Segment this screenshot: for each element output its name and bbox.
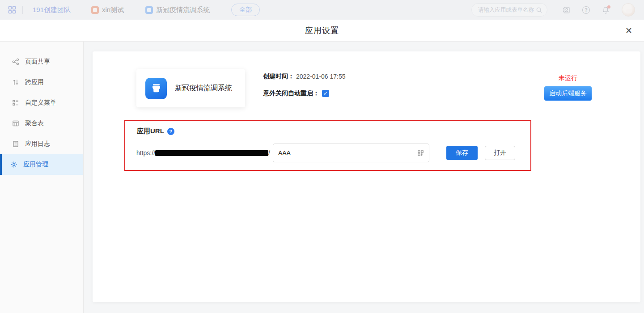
app-store-icon — [145, 78, 167, 99]
top-bar: 191创建团队 xin测试 新冠疫情流调系统 全部 — [0, 0, 644, 20]
sidebar-item-label: 跨应用 — [25, 78, 44, 86]
app-url-row: https:// / 保存 打开 — [136, 144, 515, 162]
service-status-box: 未运行 启动后端服务 — [544, 74, 592, 101]
workspace-tab-covid-system[interactable]: 新冠疫情流调系统 — [145, 6, 210, 14]
app-launcher-grid-icon[interactable] — [8, 6, 16, 14]
app-info-block: 创建时间： 2022-01-06 17:55 意外关闭自动重启： ✓ — [263, 72, 346, 106]
url-suffix: / — [268, 149, 270, 156]
page-title: 应用设置 — [305, 25, 339, 36]
annotation-highlight-box: 应用URL ? https:// / — [124, 120, 531, 171]
auto-restart-row: 意外关闭自动重启： ✓ — [263, 89, 346, 97]
url-prefix: https:// — [136, 149, 155, 156]
workspace-tab-label: 新冠疫情流调系统 — [156, 6, 210, 14]
sidebar-item-cross-app[interactable]: 跨应用 — [0, 72, 83, 93]
gear-icon — [10, 161, 17, 168]
help-icon[interactable]: ? — [582, 6, 590, 14]
workspace-tab-xin-test[interactable]: xin测试 — [91, 6, 124, 14]
app-name: 新冠疫情流调系统 — [175, 84, 232, 93]
close-icon[interactable]: ✕ — [625, 26, 632, 35]
app-url-label: 应用URL — [137, 127, 164, 135]
url-slug-input[interactable] — [278, 149, 417, 156]
auto-restart-checkbox[interactable]: ✓ — [322, 90, 329, 97]
created-time-row: 创建时间： 2022-01-06 17:55 — [263, 72, 346, 80]
notification-dot — [607, 5, 610, 8]
sidebar-item-label: 应用管理 — [23, 161, 48, 169]
user-avatar[interactable] — [622, 3, 635, 17]
sidebar-item-label: 自定义菜单 — [25, 99, 56, 107]
app-url-title-row: 应用URL ? — [137, 127, 174, 135]
table-icon — [12, 120, 19, 127]
document-icon — [12, 140, 19, 148]
search-input[interactable] — [478, 7, 536, 13]
sidebar-item-app-management[interactable]: 应用管理 — [0, 154, 83, 175]
notification-bell-icon[interactable] — [602, 6, 610, 14]
sidebar-item-custom-menu[interactable]: 自定义菜单 — [0, 93, 83, 113]
settings-sidebar: 页面共享 跨应用 自定义菜单 — [0, 42, 84, 313]
created-time-label: 创建时间： — [263, 72, 294, 80]
search-icon — [536, 7, 542, 13]
modal-header: 应用设置 ✕ — [0, 20, 644, 42]
share-icon — [12, 58, 19, 65]
settings-content: 新冠疫情流调系统 创建时间： 2022-01-06 17:55 意外关闭自动重启… — [84, 42, 644, 313]
topbar-divider — [22, 6, 23, 14]
created-time-value: 2022-01-06 17:55 — [296, 73, 346, 80]
sidebar-item-label: 聚合表 — [25, 119, 44, 127]
save-button[interactable]: 保存 — [446, 146, 478, 160]
workspace-icon-orange — [91, 6, 99, 14]
status-badge: 未运行 — [544, 74, 592, 82]
global-search-box[interactable] — [471, 3, 547, 17]
auto-restart-label: 意外关闭自动重启： — [263, 89, 319, 97]
workspace-tab-label: xin测试 — [102, 6, 124, 14]
swap-arrows-icon — [12, 79, 19, 86]
menu-list-icon — [12, 99, 19, 106]
address-book-icon[interactable] — [563, 6, 570, 14]
all-apps-pill[interactable]: 全部 — [231, 4, 260, 16]
sidebar-item-app-log[interactable]: 应用日志 — [0, 134, 83, 154]
open-button[interactable]: 打开 — [485, 146, 515, 160]
url-slug-field — [273, 144, 429, 162]
start-backend-service-button[interactable]: 启动后端服务 — [544, 86, 592, 101]
qr-code-icon[interactable] — [417, 150, 424, 156]
redacted-url-bar — [155, 150, 268, 156]
workspace-icon-blue — [145, 6, 153, 14]
sidebar-item-label: 页面共享 — [25, 58, 50, 66]
sidebar-item-label: 应用日志 — [25, 140, 50, 148]
url-help-icon[interactable]: ? — [167, 128, 174, 135]
sidebar-item-aggregate-table[interactable]: 聚合表 — [0, 113, 83, 134]
app-management-panel: 新冠疫情流调系统 创建时间： 2022-01-06 17:55 意外关闭自动重启… — [93, 51, 640, 302]
app-card: 新冠疫情流调系统 — [136, 69, 245, 107]
sidebar-item-page-share[interactable]: 页面共享 — [0, 51, 83, 72]
team-name[interactable]: 191创建团队 — [33, 6, 71, 14]
